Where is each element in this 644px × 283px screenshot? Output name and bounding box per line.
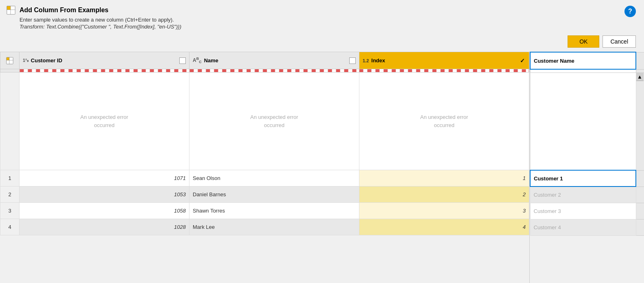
customer-id-2: 1053 bbox=[20, 186, 189, 203]
dialog-subtitle: Enter sample values to create a new colu… bbox=[20, 17, 181, 23]
th-rownum bbox=[0, 52, 20, 69]
customer-id-type-icon: 1²₃ bbox=[23, 58, 28, 63]
name-checkbox[interactable] bbox=[349, 57, 356, 64]
error-text-name: An unexpected error occurred bbox=[189, 113, 359, 129]
table-row: 3 1058 Shawn Torres 3 bbox=[0, 203, 529, 219]
th-customer-id: 1²₃ Customer ID bbox=[20, 52, 189, 69]
customer-name-row-4: Customer 4 bbox=[530, 219, 644, 235]
name-4: Mark Lee bbox=[189, 219, 359, 235]
th-customer-name-label: Customer Name bbox=[534, 58, 574, 64]
svg-rect-6 bbox=[7, 57, 9, 60]
table-grid-icon bbox=[7, 6, 15, 15]
row-num-3: 3 bbox=[0, 203, 20, 219]
th-index: 1.2 Index ✓ bbox=[359, 52, 529, 69]
dialog-header: Add Column From Examples Enter sample va… bbox=[0, 0, 644, 32]
index-4: 4 bbox=[359, 219, 529, 235]
zigzag-row bbox=[0, 69, 529, 72]
table-row: 2 1053 Daniel Barnes 2 bbox=[0, 186, 529, 203]
customer-id-checkbox[interactable] bbox=[179, 57, 186, 64]
dialog-title: Add Column From Examples bbox=[20, 7, 109, 14]
dialog-transform: Transform: Text.Combine({"Customer ", Te… bbox=[20, 24, 181, 30]
th-name-label: Name bbox=[204, 57, 218, 64]
th-index-label: Index bbox=[371, 57, 385, 64]
svg-rect-1 bbox=[7, 6, 11, 10]
customer-name-value-2[interactable]: Customer 2 bbox=[534, 192, 561, 198]
name-1: Sean Olson bbox=[189, 170, 359, 186]
error-text-customer-id: An unexpected error occurred bbox=[20, 113, 189, 129]
main-table-area: 1²₃ Customer ID ABC Name bbox=[0, 52, 644, 283]
row-num-2: 2 bbox=[0, 186, 20, 203]
index-1: 1 bbox=[359, 170, 529, 186]
help-icon[interactable]: ? bbox=[624, 6, 636, 17]
index-type-icon: 1.2 bbox=[363, 58, 369, 63]
zigzag-customer-name bbox=[530, 69, 644, 72]
scrollbar-cell-1 bbox=[636, 170, 644, 186]
scrollbar-track[interactable]: ▲ bbox=[636, 73, 644, 81]
name-3: Shawn Torres bbox=[189, 203, 359, 219]
th-name: ABC Name bbox=[189, 52, 359, 69]
left-table: 1²₃ Customer ID ABC Name bbox=[0, 52, 529, 283]
th-customer-id-label: Customer ID bbox=[31, 57, 62, 64]
table-row: 4 1028 Mark Lee 4 bbox=[0, 219, 529, 235]
ok-button[interactable]: OK bbox=[568, 35, 599, 48]
dialog-title-row: Add Column From Examples bbox=[7, 6, 181, 15]
customer-name-value-1[interactable]: Customer 1 bbox=[534, 176, 563, 182]
name-type-icon: ABC bbox=[193, 57, 202, 64]
scrollbar-cell-2 bbox=[636, 186, 644, 203]
customer-name-row-1: Customer 1 bbox=[530, 170, 644, 186]
index-2: 2 bbox=[359, 186, 529, 203]
customer-id-4: 1028 bbox=[20, 219, 189, 235]
customer-id-3: 1058 bbox=[20, 203, 189, 219]
index-3: 3 bbox=[359, 203, 529, 219]
svg-rect-8 bbox=[7, 60, 9, 64]
error-row: An unexpected error occurred An unexpect… bbox=[0, 72, 529, 170]
dialog-actions: OK Cancel bbox=[0, 32, 644, 52]
name-2: Daniel Barnes bbox=[189, 186, 359, 203]
svg-rect-4 bbox=[11, 10, 15, 14]
scrollbar-cell-4 bbox=[636, 219, 644, 235]
svg-rect-7 bbox=[9, 57, 13, 60]
error-text-index: An unexpected error occurred bbox=[359, 113, 529, 129]
grid-table-icon bbox=[6, 57, 13, 64]
row-num-1: 1 bbox=[0, 170, 20, 186]
dialog-header-left: Add Column From Examples Enter sample va… bbox=[7, 6, 181, 30]
add-column-dialog: Add Column From Examples Enter sample va… bbox=[0, 0, 644, 283]
svg-rect-2 bbox=[11, 6, 15, 10]
scrollbar-cell-3 bbox=[636, 203, 644, 219]
index-checkmark: ✓ bbox=[519, 57, 526, 64]
customer-name-value-3[interactable]: Customer 3 bbox=[534, 208, 561, 214]
customer-id-1: 1071 bbox=[20, 170, 189, 186]
row-num-4: 4 bbox=[0, 219, 20, 235]
customer-name-row-2: Customer 2 bbox=[530, 186, 644, 203]
svg-rect-9 bbox=[9, 60, 13, 64]
svg-rect-3 bbox=[7, 10, 11, 14]
th-scrollbar-top bbox=[636, 52, 644, 69]
th-customer-name: Customer Name bbox=[530, 52, 636, 69]
right-column-panel: Customer Name bbox=[529, 52, 644, 283]
table-row: 1 1071 Sean Olson 1 bbox=[0, 170, 529, 186]
customer-name-error-row: ▲ bbox=[530, 72, 644, 170]
customer-name-value-4[interactable]: Customer 4 bbox=[534, 224, 561, 230]
scrollbar-up-button[interactable]: ▲ bbox=[636, 73, 644, 81]
customer-name-row-3: Customer 3 bbox=[530, 203, 644, 219]
cancel-button[interactable]: Cancel bbox=[603, 35, 636, 48]
